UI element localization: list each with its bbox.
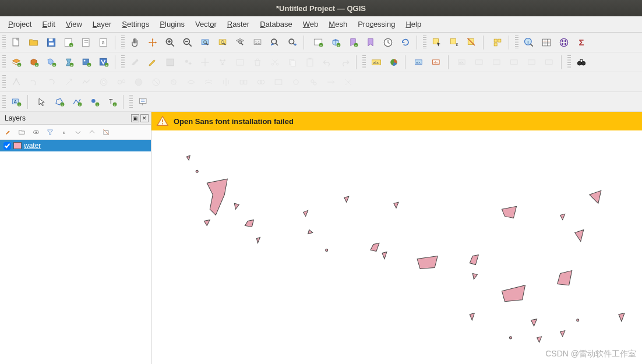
menu-help[interactable]: Help <box>401 17 426 31</box>
create-line-annotation-button[interactable]: + <box>69 94 85 110</box>
vertex-tool-button[interactable] <box>214 54 231 70</box>
merge-attrs-button[interactable] <box>270 74 287 90</box>
zoom-full-button[interactable] <box>197 34 213 51</box>
create-marker-annotation-button[interactable]: + <box>86 94 103 110</box>
toolbar-handle[interactable] <box>567 55 571 69</box>
new-shapefile-button[interactable]: + <box>43 54 59 70</box>
move-feature-button[interactable] <box>197 54 213 70</box>
offset-curve-button[interactable] <box>200 74 217 90</box>
toolbar-handle[interactable] <box>515 36 518 50</box>
show-hide-labels-button[interactable]: abc <box>454 54 471 70</box>
zoom-layer-button[interactable] <box>232 34 248 51</box>
statistics-button[interactable]: Σ <box>573 34 590 51</box>
new-annotation-layer-button[interactable]: A+ <box>8 94 24 110</box>
select-all-button[interactable] <box>489 34 506 51</box>
current-edits-button[interactable] <box>127 54 143 70</box>
save-edits-button[interactable] <box>162 54 178 70</box>
temporal-controller-button[interactable] <box>380 34 396 51</box>
toolbar-handle[interactable] <box>362 55 366 69</box>
menu-project[interactable]: Project <box>3 17 36 31</box>
open-project-button[interactable] <box>26 34 42 51</box>
add-group-button[interactable] <box>16 126 28 138</box>
show-bookmarks-button[interactable] <box>362 34 379 51</box>
toolbar-handle[interactable] <box>121 36 125 50</box>
identify-button[interactable]: i <box>521 34 537 51</box>
toolbar-handle[interactable] <box>121 55 125 69</box>
zoom-out-button[interactable] <box>179 34 196 51</box>
enable-advanced-digitizing-button[interactable] <box>8 74 24 90</box>
reverse-line-button[interactable] <box>323 74 339 90</box>
toolbar-handle[interactable] <box>2 55 6 69</box>
create-text-annotation-button[interactable]: T+ <box>104 94 120 110</box>
field-calculator-button[interactable] <box>556 34 572 51</box>
add-feature-button[interactable] <box>179 54 196 70</box>
undo-button[interactable] <box>319 54 336 70</box>
split-features-button[interactable] <box>218 74 234 90</box>
delete-part-button[interactable] <box>165 74 182 90</box>
open-layer-styling-button[interactable] <box>2 126 14 138</box>
toolbar-handle[interactable] <box>129 95 133 109</box>
menu-edit[interactable]: Edit <box>37 17 59 31</box>
menu-database[interactable]: Database <box>255 17 297 31</box>
zoom-next-button[interactable] <box>284 34 301 51</box>
delete-ring-button[interactable] <box>148 74 164 90</box>
remove-layer-button[interactable] <box>100 126 112 138</box>
select-features-button[interactable] <box>429 34 445 51</box>
zoom-in-button[interactable] <box>162 34 178 51</box>
menu-view[interactable]: View <box>61 17 87 31</box>
collapse-all-button[interactable] <box>86 126 98 138</box>
menu-plugins[interactable]: Plugins <box>155 17 189 31</box>
paste-features-button[interactable] <box>302 54 318 70</box>
zoom-selection-button[interactable] <box>214 34 231 51</box>
merge-features-button[interactable] <box>253 74 269 90</box>
rotate-label-button[interactable] <box>489 54 506 70</box>
zoom-last-button[interactable] <box>267 34 283 51</box>
layer-item-water[interactable]: water <box>0 140 151 151</box>
save-project-button[interactable] <box>43 34 59 51</box>
redo-button[interactable] <box>337 54 353 70</box>
deselect-all-button[interactable] <box>464 34 480 51</box>
expand-all-button[interactable] <box>72 126 84 138</box>
filter-by-expr-button[interactable]: ε <box>58 126 70 138</box>
diagram-button[interactable] <box>386 54 402 70</box>
zoom-native-button[interactable]: 1:1 <box>249 34 266 51</box>
pan-button[interactable] <box>127 34 143 51</box>
label-toolbar-button[interactable]: abc <box>368 54 385 70</box>
offset-point-symbols-button[interactable] <box>305 74 322 90</box>
trim-extend-button[interactable] <box>340 74 357 90</box>
new-project-button[interactable] <box>8 34 24 51</box>
change-label-button[interactable] <box>507 54 523 70</box>
pin-label-button[interactable]: abc <box>429 54 445 70</box>
label-callout-button[interactable] <box>542 54 558 70</box>
layers-close-button[interactable]: ✕ <box>140 114 149 122</box>
menu-mesh[interactable]: Mesh <box>324 17 352 31</box>
cut-features-button[interactable] <box>267 54 283 70</box>
split-parts-button[interactable] <box>235 74 252 90</box>
create-polygon-annotation-button[interactable]: + <box>51 94 68 110</box>
modify-attributes-button[interactable] <box>232 54 248 70</box>
new-geopackage-button[interactable]: + <box>26 54 42 70</box>
new-spatialite-button[interactable]: + <box>61 54 77 70</box>
data-source-manager-button[interactable]: + <box>8 54 24 70</box>
map-canvas[interactable] <box>151 130 642 364</box>
manage-visibility-button[interactable] <box>30 126 42 138</box>
toggle-editing-button[interactable] <box>144 54 161 70</box>
form-annotation-button[interactable] <box>135 94 151 110</box>
filter-legend-button[interactable] <box>44 126 56 138</box>
toolbar-handle[interactable] <box>2 36 6 50</box>
menu-settings[interactable]: Settings <box>117 17 154 31</box>
menu-raster[interactable]: Raster <box>223 17 254 31</box>
rotate-point-symbols-button[interactable] <box>288 74 304 90</box>
new-map-view-button[interactable]: + <box>310 34 326 51</box>
new-bookmark-button[interactable]: + <box>345 34 361 51</box>
simplify-button[interactable] <box>78 74 94 90</box>
attribute-table-button[interactable] <box>538 34 555 51</box>
menu-web[interactable]: Web <box>298 17 323 31</box>
style-manager-button[interactable]: a <box>96 34 112 51</box>
rotate-feature-button[interactable] <box>43 74 59 90</box>
toolbar-handle[interactable] <box>423 36 426 50</box>
new-virtual-layer-button[interactable]: + <box>96 54 112 70</box>
menu-layer[interactable]: Layer <box>88 17 117 31</box>
delete-selected-button[interactable] <box>249 54 266 70</box>
layers-undock-button[interactable]: ▣ <box>131 114 139 122</box>
